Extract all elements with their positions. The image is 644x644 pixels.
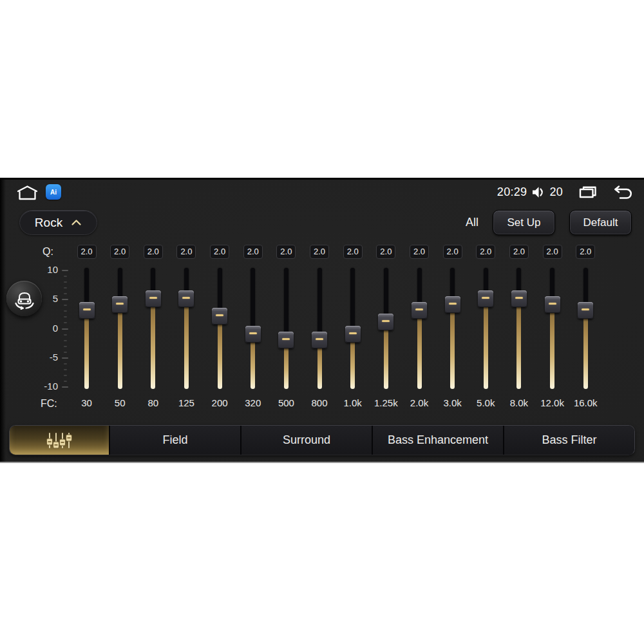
- slider-handle[interactable]: [345, 326, 361, 343]
- fc-value-label: 1.25k: [369, 397, 402, 408]
- gain-axis-label: 0: [36, 323, 58, 334]
- gain-axis-tick: [64, 352, 67, 353]
- slider-track-lower: [151, 298, 155, 389]
- slider-handle[interactable]: [478, 290, 493, 307]
- tab-bar: FieldSurroundBass EnhancementBass Filter: [9, 425, 635, 455]
- slider-handle[interactable]: [178, 290, 194, 307]
- slider-track-lower: [417, 309, 422, 389]
- slider-track-lower: [84, 309, 89, 389]
- slider-handle[interactable]: [312, 332, 327, 348]
- slider-handle[interactable]: [412, 302, 427, 319]
- fc-value-label: 320: [236, 397, 270, 408]
- fc-value-label: 1.0k: [336, 397, 370, 408]
- eq-band-slider[interactable]: [345, 268, 361, 397]
- tab-field[interactable]: Field: [109, 426, 240, 455]
- eq-band-slider[interactable]: [278, 268, 294, 397]
- eq-band-slider[interactable]: [311, 268, 328, 397]
- q-row-label: Q:: [43, 246, 53, 258]
- slider-track-lower: [218, 315, 222, 389]
- gain-axis-tick: [64, 363, 67, 365]
- slider-track-lower: [450, 303, 455, 389]
- gain-axis-tick: [62, 299, 68, 300]
- fc-value-label: 800: [303, 397, 336, 408]
- q-value-box[interactable]: 2.0: [443, 245, 462, 259]
- eq-band-slider[interactable]: [577, 268, 594, 397]
- volume-value: 20: [549, 185, 563, 199]
- tab-bass-filter[interactable]: Bass Filter: [503, 426, 634, 455]
- slider-track-lower: [550, 303, 554, 389]
- q-value-box[interactable]: 2.0: [410, 245, 429, 259]
- q-value-box[interactable]: 2.0: [509, 245, 529, 259]
- eq-band-slider[interactable]: [111, 268, 128, 397]
- q-value-box[interactable]: 2.0: [210, 245, 229, 259]
- slider-handle[interactable]: [378, 314, 393, 330]
- fc-value-label: 8.0k: [502, 397, 536, 408]
- eq-band-slider[interactable]: [79, 268, 95, 397]
- fc-value-label: 12.0k: [536, 397, 569, 408]
- equalizer-sliders-icon: [44, 431, 74, 450]
- back-icon[interactable]: [613, 184, 634, 200]
- speaker-icon: [531, 185, 545, 199]
- fc-value-label: 500: [269, 397, 303, 408]
- q-value-box[interactable]: 2.0: [543, 245, 562, 259]
- gain-axis-label: -10: [36, 381, 58, 392]
- gain-axis-tick: [62, 357, 68, 359]
- slider-handle[interactable]: [278, 332, 294, 348]
- status-bar: Ai 20:29 20: [0, 182, 644, 202]
- q-value-box[interactable]: 2.0: [343, 245, 363, 259]
- slider-handle[interactable]: [545, 296, 560, 313]
- q-value-box[interactable]: 2.0: [576, 245, 595, 259]
- slider-handle[interactable]: [511, 290, 527, 307]
- eq-band-slider[interactable]: [245, 268, 261, 397]
- slider-handle[interactable]: [79, 302, 95, 319]
- eq-band-slider[interactable]: [444, 268, 461, 397]
- gain-axis-tick: [64, 310, 67, 312]
- gain-axis-tick: [64, 305, 67, 306]
- car-surround-icon: [12, 287, 37, 311]
- tab-bass-enhancement[interactable]: Bass Enhancement: [372, 426, 503, 455]
- slider-track-lower: [583, 309, 588, 389]
- tab-label: Bass Filter: [542, 433, 596, 447]
- gain-axis-label: 10: [36, 264, 58, 276]
- slider-track-lower: [484, 298, 488, 389]
- tab-label: Field: [162, 433, 187, 447]
- fc-value-label: 125: [169, 397, 203, 408]
- gain-axis-tick: [62, 270, 68, 271]
- slider-track-lower: [118, 303, 122, 389]
- eq-band-slider[interactable]: [511, 268, 527, 397]
- gain-axis-tick: [64, 381, 67, 382]
- q-value-box[interactable]: 2.0: [144, 245, 163, 259]
- slider-track-lower: [184, 298, 189, 389]
- q-value-box[interactable]: 2.0: [476, 245, 495, 259]
- q-value-box[interactable]: 2.0: [310, 245, 329, 259]
- eq-band-slider[interactable]: [145, 268, 162, 397]
- q-value-box[interactable]: 2.0: [243, 245, 263, 259]
- q-value-box[interactable]: 2.0: [176, 245, 196, 259]
- eq-band-slider[interactable]: [211, 268, 228, 397]
- eq-band-slider[interactable]: [178, 268, 194, 397]
- tab-eq[interactable]: [10, 426, 109, 455]
- slider-handle[interactable]: [245, 326, 261, 343]
- gain-axis-tick: [64, 281, 67, 283]
- tab-surround[interactable]: Surround: [240, 426, 372, 455]
- car-surround-button[interactable]: [6, 281, 42, 316]
- recent-apps-icon[interactable]: [578, 185, 598, 199]
- q-value-box[interactable]: 2.0: [376, 245, 395, 259]
- slider-handle[interactable]: [112, 296, 128, 313]
- slider-handle[interactable]: [445, 296, 460, 313]
- gain-axis-tick: [64, 316, 67, 317]
- q-value-box[interactable]: 2.0: [110, 245, 129, 259]
- home-icon[interactable]: [15, 185, 39, 204]
- fc-value-label: 200: [203, 397, 236, 408]
- slider-handle[interactable]: [146, 290, 161, 307]
- eq-band-slider[interactable]: [477, 268, 494, 397]
- slider-handle[interactable]: [212, 308, 227, 325]
- assistant-app-icon[interactable]: Ai: [46, 184, 61, 200]
- q-value-box[interactable]: 2.0: [77, 245, 97, 259]
- eq-band-slider[interactable]: [411, 268, 428, 397]
- q-value-box[interactable]: 2.0: [276, 245, 296, 259]
- eq-band-slider[interactable]: [544, 268, 561, 397]
- slider-track-lower: [384, 321, 388, 389]
- eq-band-slider[interactable]: [377, 268, 394, 397]
- slider-handle[interactable]: [578, 302, 593, 319]
